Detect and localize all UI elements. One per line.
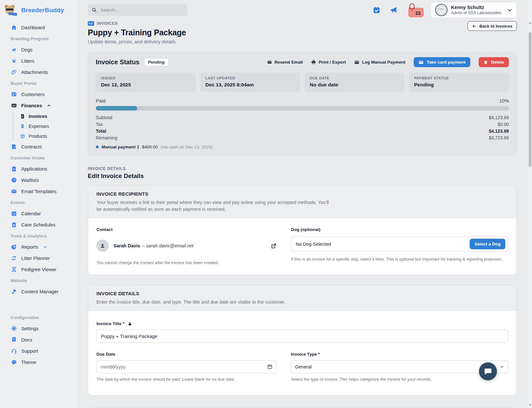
sidebar-nav: Dashboard Breeding Program Dogs Litters … xyxy=(0,22,77,368)
scrollbar-thumb[interactable] xyxy=(529,32,531,167)
sidebar-item-label: Dashboard xyxy=(21,25,45,30)
recipients-card-title: INVOICE RECIPIENTS xyxy=(96,191,508,197)
stat-payment-status: PAYMENT STATUS Pending xyxy=(409,73,509,92)
stat-label: LAST UPDATED xyxy=(205,76,295,80)
sidebar-item-dashboard[interactable]: Dashboard xyxy=(0,22,77,33)
sidebar-item-care-schedules[interactable]: Care Schedules xyxy=(0,219,77,230)
summary-row-total: Total $4,123.89 xyxy=(96,128,509,134)
summary-label: Tax xyxy=(96,122,103,127)
due-date-help: The date by which the invoice should be … xyxy=(96,377,277,382)
sidebar-item-label: Applications xyxy=(21,166,47,172)
stat-value: Dec 12, 2025 xyxy=(101,82,191,88)
sidebar-item-litter-planner[interactable]: Litter Planner xyxy=(0,253,77,264)
print-export-button[interactable]: Print / Export xyxy=(311,60,346,65)
section-eyebrow: INVOICE DETAILS xyxy=(88,166,517,171)
person-icon xyxy=(100,243,105,249)
search-bar[interactable] xyxy=(88,4,187,16)
sidebar-item-label: Email Templates xyxy=(21,189,57,194)
sidebar-item-email-templates[interactable]: Email Templates xyxy=(0,186,77,197)
megaphone-icon[interactable] xyxy=(390,6,398,14)
user-role: Admin of SSS Labradoodles xyxy=(451,11,501,16)
payment-dot-icon xyxy=(96,146,99,148)
back-to-invoices-button[interactable]: Back to Invoices xyxy=(467,21,517,31)
invoices-chip-icon: $ xyxy=(88,21,94,26)
delete-label: Delete xyxy=(491,60,504,65)
log-manual-payment-button[interactable]: Log Manual Payment xyxy=(354,60,405,65)
search-input[interactable] xyxy=(100,7,184,13)
box-icon xyxy=(20,134,25,139)
sidebar-item-customers[interactable]: Customers xyxy=(0,89,77,100)
calendar-check-icon[interactable] xyxy=(373,6,381,14)
invoice-type-select[interactable]: General xyxy=(291,360,508,373)
sidebar-item-label: Expenses xyxy=(29,124,49,129)
invoice-status-card: Invoice Status Pending Resend Email Prin… xyxy=(88,52,517,155)
scrollbar-up-arrow-icon[interactable] xyxy=(529,22,531,24)
profile-menu[interactable]: Kenny Schultz Admin of SSS Labradoodles xyxy=(431,2,517,18)
book-icon xyxy=(11,337,17,343)
open-contact-button[interactable] xyxy=(271,243,277,249)
due-date-placeholder: mm/dd/yyyy xyxy=(101,364,125,369)
paid-progress-labels: Paid 10% xyxy=(96,98,509,103)
contact-column: Contact Sarah Davis – sarah.davis@email.… xyxy=(96,227,277,265)
sidebar-item-theme[interactable]: Theme xyxy=(0,357,77,368)
status-actions: Resend Email Print / Export Log Manual P… xyxy=(267,57,509,67)
invoice-title-input[interactable] xyxy=(96,330,508,343)
details-card-header: INVOICE DETAILS Enter the invoice title,… xyxy=(88,285,517,311)
sidebar-item-support[interactable]: Support xyxy=(0,345,77,357)
envelope-icon xyxy=(267,60,272,65)
sidebar-item-dogs[interactable]: Dogs xyxy=(0,44,77,55)
sidebar-item-label: Products xyxy=(29,134,47,139)
page-scrollbar[interactable] xyxy=(528,0,532,408)
invoice-type-help: Select the type of invoice. This helps c… xyxy=(291,377,508,382)
totals-summary: Subtotal $4,123.89 Tax $0.00 Total $4,12… xyxy=(96,114,509,141)
search-icon xyxy=(92,7,97,13)
sidebar-item-reports[interactable]: Reports xyxy=(0,241,77,253)
calendar-icon xyxy=(267,364,273,369)
resend-email-button[interactable]: Resend Email xyxy=(267,60,303,65)
printer-icon xyxy=(311,60,316,65)
sidebar-item-settings[interactable]: Settings xyxy=(0,323,77,334)
sidebar-item-content-manager[interactable]: Content Manager xyxy=(0,286,77,297)
sidebar-item-docs[interactable]: Docs xyxy=(0,334,77,345)
sidebar-item-pedigree-viewer[interactable]: Pedigree Viewer xyxy=(0,264,77,275)
dog-selected-value: No Dog Selected xyxy=(296,242,331,247)
sidebar-spacer xyxy=(0,297,77,312)
sidebar-item-attachments[interactable]: Attachments xyxy=(0,67,77,78)
delete-button[interactable]: Delete xyxy=(479,57,509,67)
dog-selector[interactable]: No Dog Selected Select a Dog xyxy=(291,236,508,252)
select-a-dog-button[interactable]: Select a Dog xyxy=(470,239,505,249)
notifications-button[interactable]: 22 xyxy=(407,3,424,17)
stat-due-date: DUE DATE No due date xyxy=(305,73,405,92)
stat-value: Pending xyxy=(414,82,504,88)
user-name: Kenny Schultz xyxy=(451,4,501,11)
home-icon xyxy=(11,24,17,31)
recipients-card-header: INVOICE RECIPIENTS Your buyer receives a… xyxy=(88,185,517,218)
due-date-input[interactable]: mm/dd/yyyy xyxy=(96,360,277,373)
receipt-icon xyxy=(20,124,25,129)
chevron-up-icon xyxy=(47,103,51,108)
sidebar-item-calendar[interactable]: Calendar xyxy=(0,208,77,219)
summary-label: Total xyxy=(96,129,106,134)
scrollbar-down-arrow-icon[interactable] xyxy=(529,404,531,406)
invoice-type-value: General xyxy=(295,364,312,369)
sidebar-item-applications[interactable]: Applications xyxy=(0,163,77,174)
finances-subnav: $ Invoices Expenses Products xyxy=(13,111,77,141)
contact-email: sarah.davis@email.net xyxy=(146,243,194,248)
sidebar-item-products[interactable]: Products xyxy=(20,131,77,141)
chat-fab-button[interactable] xyxy=(479,362,497,380)
sidebar-item-invoices[interactable]: $ Invoices xyxy=(20,111,77,121)
sidebar-item-contracts[interactable]: Contracts xyxy=(0,141,77,152)
sidebar-item-waitlists[interactable]: Waitlists xyxy=(0,174,77,186)
sidebar-item-expenses[interactable]: Expenses xyxy=(20,121,77,131)
contact-row: Sarah Davis – sarah.davis@email.net xyxy=(96,240,277,252)
summary-label: Subtotal xyxy=(96,115,112,120)
sidebar-item-litters[interactable]: Litters xyxy=(0,55,77,67)
paid-progress-fill xyxy=(96,106,137,111)
sidebar-item-label: Pedigree Viewer xyxy=(21,267,57,272)
recipients-card-body: Contact Sarah Davis – sarah.davis@email.… xyxy=(88,218,517,275)
sidebar-item-finances[interactable]: $ Finances xyxy=(0,100,77,111)
brand-name: BreederBuddy xyxy=(21,7,64,14)
take-card-payment-button[interactable]: Take card payment xyxy=(414,57,470,67)
dog-column: Dog (optional) No Dog Selected Select a … xyxy=(291,227,508,265)
sidebar-item-label: Support xyxy=(21,348,38,354)
